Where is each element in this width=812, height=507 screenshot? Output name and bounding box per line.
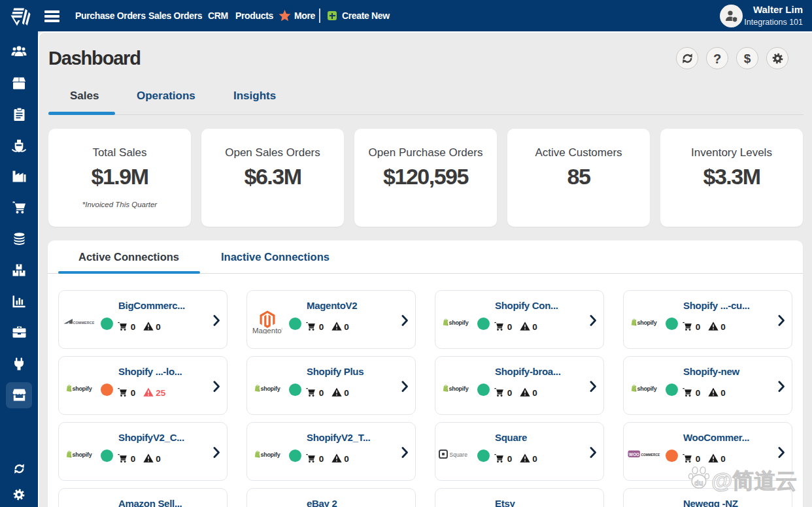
svg-text:COMMERCE: COMMERCE [73, 321, 95, 325]
svg-text:du: du [694, 479, 703, 487]
svg-text:shopify: shopify [260, 385, 280, 392]
svg-text:shopify: shopify [72, 385, 92, 392]
svg-text:shopify: shopify [72, 451, 92, 458]
svg-text:COMMERCE: COMMERCE [641, 453, 660, 457]
svg-text:shopify: shopify [448, 319, 468, 326]
svg-text:shopify: shopify [448, 385, 468, 392]
svg-text:WOO: WOO [629, 452, 639, 457]
svg-text:shopify: shopify [260, 451, 280, 458]
svg-text:Magento®: Magento® [252, 327, 282, 335]
svg-text:shopify: shopify [637, 319, 656, 326]
svg-text:shopify: shopify [637, 385, 656, 392]
svg-text:Square: Square [450, 451, 468, 458]
